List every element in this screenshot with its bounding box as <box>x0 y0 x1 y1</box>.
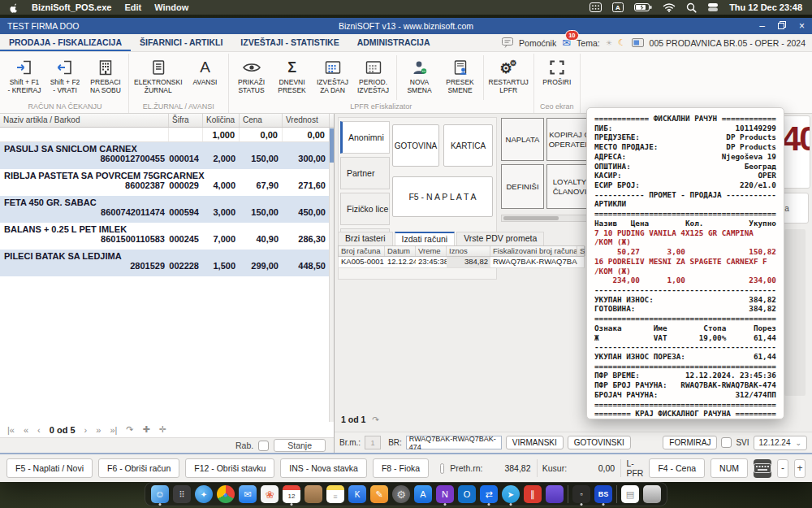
stanje-button[interactable]: Stanje <box>274 439 326 452</box>
keyboard-button[interactable] <box>754 459 771 478</box>
chrome-icon[interactable]: ● <box>217 485 235 503</box>
add-icon[interactable]: ✚ <box>143 424 150 435</box>
f5-naplata-button[interactable]: F5 - N A P L A T A <box>392 176 493 217</box>
col-broj-racuna[interactable]: Broj računa <box>339 246 385 256</box>
person-button[interactable]: NOVASMENA <box>400 54 440 102</box>
naplata-button[interactable]: NAPLATA <box>501 118 544 161</box>
last-page-icon[interactable]: »| <box>110 425 117 435</box>
expand-button[interactable]: PROŠIRI <box>537 54 577 102</box>
col-vreme[interactable]: Vreme <box>416 246 447 256</box>
date-dropdown[interactable]: 12.12.24 ⌄ <box>754 436 807 450</box>
right-scroll-strip[interactable] <box>784 229 806 396</box>
table-row[interactable]: FETA 450 GR. SABAC86007420114740005943,0… <box>0 196 334 223</box>
window-preview-icon[interactable]: ▫ <box>572 485 590 503</box>
first-page-icon[interactable]: |« <box>7 425 15 435</box>
table-scrollbar[interactable] <box>329 128 334 422</box>
teamviewer-icon[interactable]: ⇄ <box>480 485 498 503</box>
num-button[interactable]: NUM <box>710 458 748 478</box>
parallels-icon[interactable]: ∥ <box>524 485 542 503</box>
menubar-clock[interactable]: Thu 12 Dec 23:48 <box>729 2 802 12</box>
col-cena[interactable]: Cena <box>240 114 283 127</box>
mail-icon[interactable]: ✉ <box>239 485 257 503</box>
plus-button[interactable]: + <box>794 459 806 478</box>
telegram-icon[interactable]: ➤ <box>502 485 520 503</box>
monitor-icon[interactable] <box>632 38 644 47</box>
photos-icon[interactable]: ❀ <box>261 485 279 503</box>
formiraj-button[interactable]: FORMIRAJ <box>663 436 717 449</box>
f6-obrisi-racun-button[interactable]: F6 - Obriši račun <box>98 458 179 478</box>
entry-row[interactable]: 1,000 0,00 0,00 <box>0 128 334 142</box>
col-datum[interactable]: Datum <box>385 246 416 256</box>
entry-vrednost[interactable]: 0,00 <box>283 128 330 141</box>
brm-input[interactable]: 1 <box>365 436 381 449</box>
keynote-icon[interactable]: K <box>348 485 366 503</box>
menubar-app-name[interactable]: BizniSoft_POS.exe <box>32 2 111 12</box>
door-in-button[interactable]: Shift + F1- KREIRAJ <box>4 54 45 102</box>
receipt-row[interactable]: KA005-000112.12.2423:45:38384,82RWAQ7BAK… <box>338 257 585 268</box>
customer-tab-anonimni[interactable]: Anonimni <box>340 121 390 154</box>
sigma-button[interactable]: ΣDNEVNIPRESEK <box>272 54 313 102</box>
grid-icon[interactable] <box>590 2 602 12</box>
gotovinski-button[interactable]: GOTOVINSKI <box>568 436 631 449</box>
ins-nova-stavka-button[interactable]: INS - Nova stavka <box>280 458 367 478</box>
ops-hscrollbar[interactable] <box>501 215 594 222</box>
col-status[interactable]: S <box>577 246 585 256</box>
tab--ifarnici-artikli[interactable]: ŠIFARNICI - ARTIKLI <box>131 34 231 51</box>
building-button[interactable]: PREBACINA SOBU <box>85 54 126 102</box>
pomocnik-label[interactable]: Pomoćnik <box>519 38 556 48</box>
light-theme-icon[interactable]: ☀ <box>606 39 612 47</box>
col-sifra[interactable]: Šifra <box>169 114 203 127</box>
prev-icon[interactable]: ‹ <box>37 425 41 435</box>
journal-button[interactable]: ELEKTRONSKIŽURNAL <box>132 54 185 102</box>
f5-naplati-novi-button[interactable]: F5 - Naplati / Novi <box>6 458 93 478</box>
add-special-icon[interactable]: ✛ <box>159 424 166 435</box>
f12-obrisi-stavku-button[interactable]: F12 - Obriši stavku <box>185 458 274 478</box>
calendar-icon[interactable]: 12 <box>283 485 300 503</box>
person-doc-button[interactable]: PRESEKSMENE <box>440 54 481 102</box>
mail-button[interactable]: ✉ 10 <box>562 37 571 49</box>
tab-prodaja-fiskalizacija[interactable]: PRODAJA - FISKALIZACIJA <box>0 34 131 51</box>
tab-izve-taji-statistike[interactable]: IZVEŠTAJI - STATISTIKE <box>231 34 348 51</box>
next-fast-icon[interactable]: » <box>96 425 101 435</box>
battery-icon[interactable] <box>634 3 652 11</box>
purple-app-icon[interactable] <box>546 485 564 503</box>
apple-icon[interactable] <box>10 2 19 13</box>
redo-icon[interactable]: ↷ <box>126 424 133 435</box>
preth-checkbox[interactable] <box>440 463 444 474</box>
tab-izdati-ra-uni[interactable]: Izdati računi <box>395 232 456 245</box>
br-input[interactable]: RWAQ7BAK-RWAQ7BAK-474 <box>406 436 502 449</box>
rab-checkbox[interactable] <box>258 441 269 451</box>
entry-cena[interactable]: 0,00 <box>240 128 283 141</box>
vm-icon[interactable] <box>707 2 719 12</box>
defini-i-button[interactable]: DEFINIŠI <box>501 164 544 209</box>
door-out-button[interactable]: Shift + F2- VRATI <box>45 54 85 102</box>
search-icon[interactable] <box>686 2 697 13</box>
eye-button[interactable]: PRIKAŽISTATUS <box>231 54 272 102</box>
kartica-button[interactable]: KARTICA <box>443 124 493 167</box>
document-icon[interactable]: ▤ <box>621 485 639 503</box>
refresh-icon[interactable]: ↷ <box>372 415 379 424</box>
onenote-icon[interactable]: N <box>436 485 454 503</box>
dark-theme-icon[interactable]: ☾ <box>618 37 626 48</box>
contacts-icon[interactable] <box>304 485 322 503</box>
gotovina-button[interactable]: GOTOVINA <box>392 124 439 167</box>
tab-administracija[interactable]: ADMINISTRACIJA <box>348 34 439 51</box>
calendar-day-button[interactable]: IZVEŠTAJZA DAN <box>313 54 353 102</box>
gears-button[interactable]: ⚙⚙RESTARTUJLPFR <box>486 54 531 102</box>
f8-fioka-button[interactable]: F8 - Fioka <box>373 458 429 478</box>
next-icon[interactable]: › <box>84 425 88 435</box>
table-row[interactable]: PASULJ SA SNICLOM CARNEX8600012700455000… <box>0 142 334 169</box>
prev-fast-icon[interactable]: « <box>24 425 28 435</box>
settings-icon[interactable]: ⚙ <box>392 485 410 503</box>
launchpad-icon[interactable]: ⠿ <box>173 485 191 503</box>
wifi-icon[interactable] <box>663 2 676 12</box>
minimize-icon[interactable]: – <box>759 21 765 31</box>
menubar-edit[interactable]: Edit <box>124 2 141 12</box>
outlook-icon[interactable]: O <box>458 485 476 503</box>
finder-icon[interactable]: ☺ <box>151 485 169 503</box>
table-row[interactable]: RIBLJA PASTETA SA POVRCEM 75GRCARNEX8600… <box>0 169 334 196</box>
tab-brzi-tasteri[interactable]: Brzi tasteri <box>338 232 393 245</box>
col-naziv[interactable]: Naziv artikla / Barkod <box>0 114 169 127</box>
virmanski-button[interactable]: VIRMANSKI <box>506 436 564 449</box>
table-row[interactable]: BALANS + 0.25 L PET IMLEK860150011058300… <box>0 223 334 250</box>
